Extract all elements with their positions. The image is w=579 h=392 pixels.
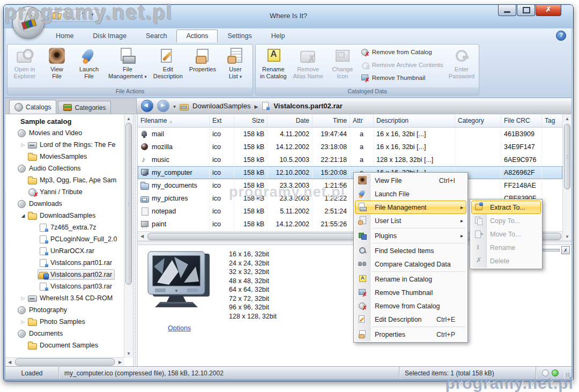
tree-item[interactable]: UnRarOCX.rar: [5, 245, 124, 257]
ribbon-small-button[interactable]: Remove from Catalog: [361, 48, 443, 56]
breadcrumb-item[interactable]: DownloadSamples: [192, 102, 250, 110]
context-menu-item[interactable]: Edit Description Ctrl+E: [355, 313, 466, 326]
tree-item[interactable]: VistaIcons.part02.rar: [5, 269, 124, 280]
maximize-button[interactable]: [517, 5, 535, 16]
context-menu-item[interactable]: User List: [355, 214, 466, 227]
scroll-down-icon[interactable]: ▼: [124, 349, 133, 358]
ribbon-tab[interactable]: Help: [262, 29, 295, 42]
column-header[interactable]: Tag: [542, 114, 562, 127]
submenu-item[interactable]: Copy To...: [471, 214, 541, 227]
tree-item[interactable]: WhereIsIt 3.54 CD-ROM: [5, 292, 124, 304]
tree-expander-icon[interactable]: [19, 295, 27, 301]
ribbon-button[interactable]: Open in Explorer ▾: [9, 46, 41, 86]
context-menu-item[interactable]: File Management: [355, 201, 466, 214]
scroll-right-icon[interactable]: ▶: [116, 358, 124, 366]
nav-history-caret-icon[interactable]: [173, 102, 176, 110]
tree-item[interactable]: Document Samples: [5, 339, 124, 351]
submenu-item[interactable]: Extract To...: [471, 201, 541, 214]
tree-item[interactable]: Yanni / Tribute: [5, 186, 124, 198]
ribbon-button[interactable]: User List ▾: [219, 46, 251, 86]
table-row[interactable]: music ico 158 kB 10.5.2003 22:21:18 a 12…: [138, 153, 562, 166]
whats-this-icon[interactable]: [77, 11, 86, 20]
scroll-down-icon[interactable]: ▼: [563, 232, 571, 241]
tree-expander-icon[interactable]: [19, 319, 27, 324]
close-button[interactable]: [536, 5, 561, 16]
context-menu-item[interactable]: Properties Ctrl+P: [355, 328, 466, 341]
column-header[interactable]: Ext: [210, 114, 234, 127]
sidebar-tab[interactable]: Catalogs: [9, 100, 56, 114]
tree-item[interactable]: Documents: [5, 328, 124, 339]
application-orb-button[interactable]: [12, 6, 44, 39]
tree-item[interactable]: Mp3, Ogg, Flac, Ape Sam: [5, 174, 124, 186]
options-link[interactable]: Options: [168, 324, 191, 332]
tree-item[interactable]: VistaIcons.part03.rar: [5, 280, 124, 292]
forward-button[interactable]: [157, 100, 169, 112]
save-icon[interactable]: [65, 11, 73, 20]
tree-item[interactable]: Photography: [5, 304, 124, 316]
column-header[interactable]: Category: [455, 114, 501, 127]
tree-item[interactable]: Audio Collections: [5, 162, 124, 174]
context-menu-item[interactable]: Find Selected Items: [355, 244, 466, 257]
table-row[interactable]: mozilla ico 158 kB 14.12.2002 23:18:08 a…: [138, 140, 562, 153]
tree-item[interactable]: Downloads: [5, 198, 124, 210]
context-menu-item[interactable]: Rename in Catalog: [355, 272, 466, 286]
tree-item[interactable]: PCLoginNow_Full_2.0: [5, 233, 124, 245]
ribbon-tab[interactable]: Search: [136, 29, 177, 42]
ribbon-button-enter-password[interactable]: Enter Password: [446, 46, 478, 81]
scroll-left-icon[interactable]: ◀: [5, 358, 14, 366]
context-menu-item[interactable]: Remove from Catalog: [355, 299, 466, 313]
column-header[interactable]: Time: [313, 114, 350, 127]
ribbon-button[interactable]: Edit Description ▾: [150, 46, 186, 86]
tree-item[interactable]: Photo Samples: [5, 316, 124, 328]
ribbon-tab[interactable]: Actions: [176, 29, 218, 42]
column-header[interactable]: Description: [374, 114, 455, 127]
ribbon-button[interactable]: View File ▾: [41, 46, 73, 86]
column-header[interactable]: File CRC: [501, 114, 542, 127]
submenu-item[interactable]: Delete: [471, 254, 541, 268]
scroll-up-icon[interactable]: ▲: [563, 114, 571, 123]
breadcrumb-item-current[interactable]: VistaIcons.part02.rar: [273, 102, 342, 110]
tree-item[interactable]: Lord of the Rings: The Fe: [5, 139, 124, 151]
column-header[interactable]: Size: [234, 114, 268, 127]
tree-item[interactable]: DownloadSamples: [5, 210, 124, 221]
tree-expander-icon[interactable]: [19, 142, 27, 147]
context-menu-item[interactable]: View File Ctrl+I: [355, 174, 466, 187]
scroll-up-icon[interactable]: ▲: [124, 114, 133, 123]
tree-item[interactable]: VistaIcons.part01.rar: [5, 257, 124, 269]
minimize-button[interactable]: [498, 5, 516, 16]
scroll-left-icon[interactable]: ◀: [138, 232, 146, 241]
ribbon-button[interactable]: Rename in Catalog: [257, 46, 290, 86]
title-bar[interactable]: Where Is It?: [4, 5, 573, 28]
context-menu-item[interactable]: Compare Cataloged Data: [355, 257, 466, 271]
ribbon-button[interactable]: Launch File ▾: [73, 46, 105, 86]
table-row[interactable]: my_computer ico 158 kB 12.10.2002 15:20:…: [138, 166, 562, 179]
qat-more-icon[interactable]: [90, 11, 98, 20]
submenu-item[interactable]: Move To...: [471, 227, 541, 241]
column-header[interactable]: Filename: [138, 114, 210, 127]
column-header[interactable]: Date: [268, 114, 313, 127]
back-button[interactable]: [141, 100, 153, 112]
preview-close-icon[interactable]: [561, 246, 570, 254]
ribbon-button[interactable]: Remove Alias Name: [290, 46, 326, 86]
ribbon-button[interactable]: Properties ▾: [186, 46, 219, 86]
vertical-splitter[interactable]: [133, 114, 138, 366]
tree-expander-icon[interactable]: [19, 213, 27, 218]
tree-item[interactable]: 7z465_extra.7z: [5, 221, 124, 233]
tree-horizontal-scrollbar[interactable]: ◀ ▶: [5, 357, 124, 366]
ribbon-small-button[interactable]: Remove Archive Contents: [361, 61, 443, 69]
ribbon-button[interactable]: Change Icon: [326, 46, 359, 86]
column-header[interactable]: Attr: [350, 114, 374, 127]
ribbon-small-button[interactable]: Remove Thumbnail: [361, 73, 443, 82]
help-icon[interactable]: [556, 31, 566, 41]
table-vertical-scrollbar[interactable]: ▲ ▼: [562, 114, 571, 241]
table-row[interactable]: mail ico 158 kB 4.11.2002 19:47:44 a 16 …: [138, 128, 562, 140]
submenu-item[interactable]: Rename: [471, 241, 541, 254]
ribbon-tab[interactable]: Home: [46, 29, 83, 42]
tree-vertical-scrollbar[interactable]: ▲ ▼: [124, 114, 133, 358]
tree-item[interactable]: Movies and Video: [5, 127, 124, 139]
context-menu-item[interactable]: Plugins: [355, 229, 466, 242]
sidebar-tab[interactable]: Categories: [58, 101, 111, 114]
open-catalog-icon[interactable]: [53, 11, 61, 20]
tree-item[interactable]: MoviesSamples: [5, 151, 124, 162]
table-row[interactable]: my_documents ico 158 kB 23.3.2003 1:21:5…: [138, 179, 562, 192]
